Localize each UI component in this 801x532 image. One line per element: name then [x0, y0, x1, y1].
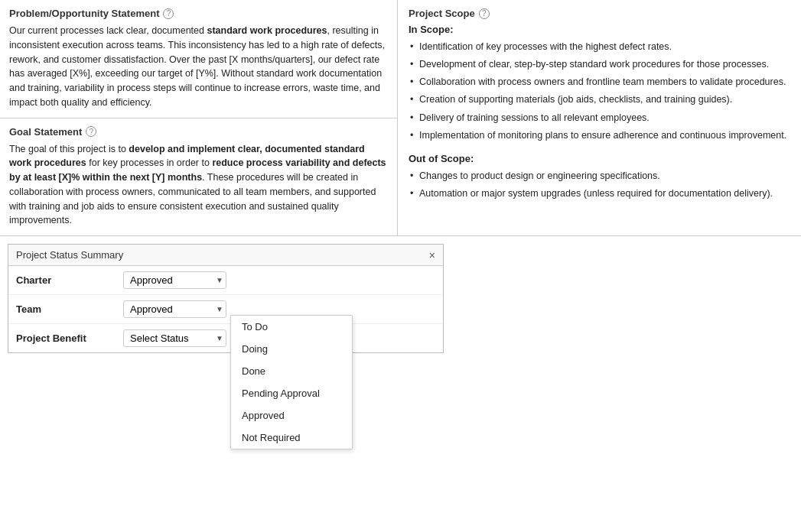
team-dropdown[interactable]: Approved To Do Doing Done Pending Approv…	[123, 300, 226, 318]
list-item: Automation or major system upgrades (unl…	[409, 187, 790, 200]
status-panel-header: Project Status Summary ×	[8, 245, 443, 266]
goal-text: The goal of this project is to develop a…	[9, 142, 388, 229]
main-container: Problem/Opportunity Statement ? Our curr…	[0, 0, 801, 532]
status-panel-wrapper: Project Status Summary × Charter Approve…	[0, 244, 801, 353]
dropdown-option-approved[interactable]: Approved	[231, 404, 352, 427]
problem-help-icon[interactable]: ?	[163, 8, 174, 19]
list-item: Delivery of training sessions to all rel…	[409, 111, 790, 125]
row-value-charter: Approved To Do Doing Done Pending Approv…	[116, 266, 443, 295]
out-scope-list: Changes to product design or engineering…	[409, 169, 790, 200]
row-label-team: Team	[8, 295, 116, 324]
table-row: Project Benefit Select Status To Do Doin…	[8, 324, 443, 353]
problem-title: Problem/Opportunity Statement ?	[9, 8, 388, 19]
goal-title: Goal Statement ?	[9, 126, 388, 138]
scope-title: Project Scope ?	[409, 8, 790, 19]
row-label-charter: Charter	[8, 266, 116, 295]
list-item: Development of clear, step-by-step stand…	[409, 57, 790, 71]
out-scope-heading: Out of Scope:	[409, 153, 790, 164]
dropdown-option-not-required[interactable]: Not Required	[231, 427, 352, 449]
scope-panel: Project Scope ? In Scope: Identification…	[398, 0, 801, 235]
problem-text: Our current processes lack clear, docume…	[9, 24, 388, 110]
project-benefit-dropdown[interactable]: Select Status To Do Doing Done Pending A…	[123, 329, 226, 347]
goal-help-icon[interactable]: ?	[86, 126, 96, 137]
charter-dropdown[interactable]: Approved To Do Doing Done Pending Approv…	[123, 271, 226, 289]
goal-section: Goal Statement ? The goal of this projec…	[0, 118, 397, 236]
dropdown-option-pending[interactable]: Pending Approval	[231, 382, 352, 404]
list-item: Collaboration with process owners and fr…	[409, 75, 790, 89]
status-panel: Project Status Summary × Charter Approve…	[8, 244, 444, 353]
list-item: Implementation of monitoring plans to en…	[409, 128, 790, 142]
scope-title-text: Project Scope	[409, 8, 475, 19]
panel-left: Problem/Opportunity Statement ? Our curr…	[0, 0, 398, 235]
list-item: Creation of supporting materials (job ai…	[409, 92, 790, 106]
top-panels: Problem/Opportunity Statement ? Our curr…	[0, 0, 801, 236]
status-table: Charter Approved To Do Doing Done Pendin…	[8, 266, 443, 352]
table-row: Team Approved To Do Doing Done Pending A…	[8, 295, 443, 324]
in-scope-list: Identification of key processes with the…	[409, 40, 790, 142]
row-label-project-benefit: Project Benefit	[8, 324, 116, 353]
dropdown-option-done[interactable]: Done	[231, 360, 352, 382]
dropdown-open-overlay: To Do Doing Done Pending Approval Approv…	[230, 315, 353, 449]
problem-title-text: Problem/Opportunity Statement	[9, 8, 159, 19]
charter-dropdown-wrapper: Approved To Do Doing Done Pending Approv…	[123, 271, 435, 289]
dropdown-option-todo[interactable]: To Do	[231, 316, 352, 338]
table-row: Charter Approved To Do Doing Done Pendin…	[8, 266, 443, 295]
list-item: Changes to product design or engineering…	[409, 169, 790, 183]
list-item: Identification of key processes with the…	[409, 40, 790, 54]
status-panel-title: Project Status Summary	[16, 249, 123, 261]
dropdown-option-doing[interactable]: Doing	[231, 338, 352, 360]
close-button[interactable]: ×	[429, 250, 435, 261]
problem-section: Problem/Opportunity Statement ? Our curr…	[0, 0, 397, 118]
goal-title-text: Goal Statement	[9, 126, 82, 138]
scope-help-icon[interactable]: ?	[479, 8, 490, 19]
in-scope-heading: In Scope:	[409, 24, 790, 35]
